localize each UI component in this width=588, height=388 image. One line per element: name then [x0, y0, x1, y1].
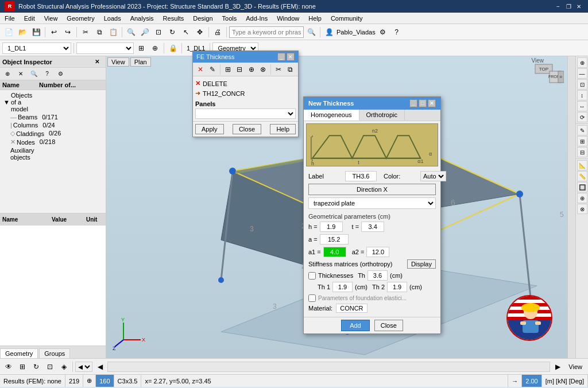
scroll-left[interactable]: ◀	[94, 360, 106, 373]
expand-icon[interactable]: ▼	[3, 99, 10, 106]
tb-open[interactable]: 📂	[16, 26, 29, 38]
fe-delete-item[interactable]: ✕ DELETE	[195, 79, 296, 88]
panel-tb2[interactable]: ✕	[14, 68, 27, 80]
menu-analysis[interactable]: Analysis	[126, 14, 158, 23]
tb-new[interactable]: 📄	[2, 26, 15, 38]
tab-geometry[interactable]: Geometry	[0, 348, 38, 358]
label-input[interactable]	[345, 171, 377, 181]
panel-close-button[interactable]: ✕	[91, 56, 103, 68]
tb-snap[interactable]: ⊕	[149, 42, 161, 55]
fe-tb-4[interactable]: ⊗	[258, 63, 268, 76]
nav-cube[interactable]: TOP FRONT R	[524, 60, 564, 101]
direction-btn[interactable]: Direction X	[308, 184, 436, 195]
fe-tb-copy[interactable]: ⧉	[285, 63, 296, 76]
bottom-btn-5[interactable]: ◈	[57, 360, 70, 373]
panel-tb4[interactable]: ?	[41, 68, 53, 80]
right-btn-5[interactable]: ↔	[577, 101, 587, 111]
help-icon[interactable]: ?	[390, 26, 403, 38]
h-input[interactable]	[320, 222, 343, 232]
tb-cut[interactable]: ✂	[79, 26, 92, 38]
menu-window[interactable]: Window	[272, 14, 304, 23]
color-select[interactable]: Auto	[420, 171, 446, 181]
thick-close-btn[interactable]: ✕	[428, 99, 436, 107]
minimize-button[interactable]: −	[554, 2, 563, 11]
right-btn-12[interactable]: 🔲	[577, 182, 587, 192]
right-btn-6[interactable]: ⟳	[577, 112, 587, 122]
panel-tb5[interactable]: ⚙	[54, 68, 67, 80]
right-btn-4[interactable]: ↕	[577, 90, 587, 100]
nav-dropdown[interactable]: ◀	[75, 362, 92, 372]
panel-tb1[interactable]: ⊕	[1, 68, 14, 80]
scroll-bar[interactable]	[107, 362, 550, 372]
fe-minimize-btn[interactable]: _	[277, 53, 285, 61]
tb-undo[interactable]: ↩	[48, 26, 60, 38]
menu-help[interactable]: Help	[304, 14, 326, 23]
right-btn-14[interactable]: ⊗	[577, 204, 587, 214]
close-button[interactable]: Close	[374, 320, 403, 331]
tb-fit[interactable]: ⊡	[152, 26, 165, 38]
bottom-btn-3[interactable]: ↻	[30, 360, 42, 373]
scroll-vertical[interactable]	[567, 56, 575, 358]
right-btn-1[interactable]: ⊕	[577, 57, 587, 68]
tab-groups[interactable]: Groups	[39, 348, 70, 358]
right-btn-11[interactable]: 📏	[577, 171, 587, 181]
right-btn-3[interactable]: ⊡	[577, 79, 587, 90]
layer-dropdown[interactable]: 1_DL1	[2, 42, 71, 54]
menu-loads[interactable]: Loads	[99, 14, 126, 23]
fe-apply-btn[interactable]: Apply	[195, 124, 224, 134]
menu-community[interactable]: Community	[326, 14, 368, 23]
menu-results[interactable]: Results	[158, 14, 189, 23]
add-button[interactable]: Add	[341, 320, 370, 331]
tab-homogeneous[interactable]: Homogeneous	[304, 110, 359, 121]
user-icon[interactable]: 👤	[323, 26, 335, 38]
fe-close-dialog-btn[interactable]: Close	[233, 124, 261, 134]
fe-help-btn[interactable]: Help	[270, 124, 296, 134]
th2-input[interactable]	[387, 282, 407, 292]
t-input[interactable]	[361, 222, 384, 232]
fe-th12-item[interactable]: ➜ TH12_CONCR	[195, 88, 296, 98]
fe-close-btn[interactable]: ✕	[287, 53, 295, 61]
menu-file[interactable]: File	[0, 14, 20, 23]
search-button[interactable]: 🔍	[305, 26, 318, 38]
display-btn[interactable]: Display	[407, 259, 436, 269]
tb-grid[interactable]: ⊞	[135, 42, 148, 55]
tb-zoom-out[interactable]: 🔎	[138, 26, 151, 38]
right-btn-10[interactable]: 📐	[577, 160, 587, 170]
th1-input[interactable]	[332, 282, 353, 292]
menu-view[interactable]: View	[40, 14, 63, 23]
thicknesses-checkbox[interactable]	[308, 272, 316, 280]
right-btn-8[interactable]: ⊞	[577, 136, 587, 146]
tb-lock[interactable]: 🔒	[167, 42, 179, 55]
tb-zoom-in[interactable]: 🔍	[125, 26, 137, 38]
right-btn-2[interactable]: —	[577, 68, 587, 79]
menu-geometry[interactable]: Geometry	[62, 14, 99, 23]
a-input[interactable]	[320, 234, 349, 245]
section-dropdown[interactable]	[76, 42, 134, 54]
tb-select[interactable]: ↖	[180, 26, 192, 38]
panel-tb3[interactable]: 🔍	[28, 68, 40, 80]
right-btn-7[interactable]: ✎	[577, 125, 587, 135]
tree-columns[interactable]: | Columns 0/24	[8, 121, 105, 129]
tb-redo[interactable]: ↪	[61, 26, 74, 38]
fe-tb-2[interactable]: ⊟	[234, 63, 245, 76]
menu-addins[interactable]: Add-Ins	[241, 14, 272, 23]
menu-tools[interactable]: Tools	[218, 14, 242, 23]
tb-save[interactable]: 💾	[30, 26, 42, 38]
restore-button[interactable]: ❐	[564, 2, 573, 11]
thick-minimize-btn[interactable]: _	[409, 99, 417, 107]
fe-tb-close[interactable]: ✕	[195, 63, 206, 76]
right-btn-9[interactable]: ⊟	[577, 147, 587, 157]
menu-edit[interactable]: Edit	[20, 14, 40, 23]
tb-copy[interactable]: ⧉	[93, 26, 106, 38]
search-input[interactable]	[229, 26, 304, 38]
tree-claddings[interactable]: ◇ Claddings 0/26	[8, 129, 105, 138]
tab-orthotropic[interactable]: Orthotropic	[359, 110, 405, 121]
fe-tb-3[interactable]: ⊕	[246, 63, 257, 76]
tb-paste[interactable]: 📋	[107, 26, 119, 38]
close-button[interactable]: ✕	[574, 2, 583, 11]
fe-tb-1[interactable]: ⊞	[223, 63, 233, 76]
right-btn-13[interactable]: ⊕	[577, 193, 587, 203]
fe-tb-edit[interactable]: ✎	[207, 63, 217, 76]
tb-rotate[interactable]: ↻	[166, 26, 179, 38]
tb-print[interactable]: 🖨	[211, 26, 224, 38]
